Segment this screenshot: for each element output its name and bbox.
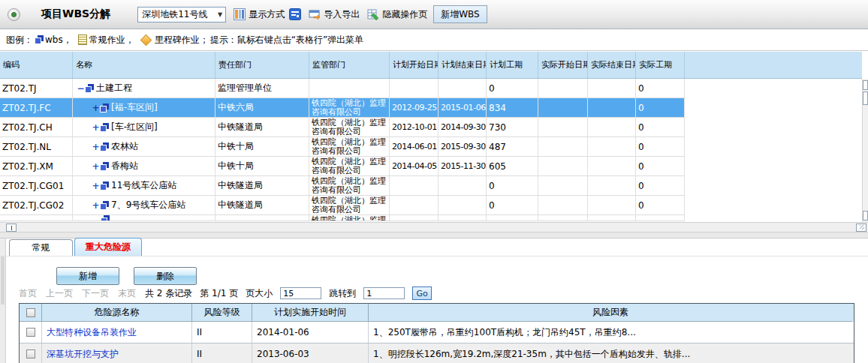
expand-toggle-icon[interactable]: + [92,200,100,211]
hazard-cell-factors: 1、明挖段长126m,宽19.2m,深度21-35m，其中包括一个盾构始发井、轨… [369,344,852,363]
resize-corner-button[interactable] [856,224,866,232]
scroll-left-button[interactable] [6,224,17,232]
wbs-column-header[interactable]: 实际工期 [636,52,685,78]
import-export-button[interactable]: 导入导出 [309,8,360,21]
wbs-column-header[interactable]: 计划工期 [487,52,538,78]
wbs-cell-text: 0 [638,103,644,113]
wbs-node-icon [100,201,110,210]
next-page-link[interactable]: 下一页 [82,287,109,300]
wbs-cell-pd [487,215,538,220]
wbs-cell-text: 铁四院（湖北）监理咨询有限公司 [312,176,386,195]
hazard-cell-cb [20,322,42,343]
project-select[interactable]: 深圳地铁11号线 ▼ [137,7,226,22]
expand-toggle-icon[interactable]: + [92,142,100,152]
wbs-cell-text: 中铁十局 [218,160,254,172]
hazard-cell-name: 大型特种设备吊装作业 [42,322,192,343]
wbs-node-label: 7、9号线车公庙站 [111,199,185,212]
wbs-row[interactable]: ZT02.TJ.CH+[车-红区间]中铁隧道局铁四院（湖北）监理咨询有限公司20… [0,118,685,137]
first-page-link[interactable]: 首页 [19,287,37,300]
wbs-row[interactable]: ZT02.TJ.CG01+11号线车公庙站中铁隧道局铁四院（湖北）监理咨询有限公… [0,176,685,196]
wbs-horizontal-scrollbar[interactable] [0,222,868,232]
wbs-cell-resp: 中铁隧道局 [215,176,309,195]
row-checkbox[interactable] [26,350,35,358]
wbs-cell-text: 中铁六局 [218,101,254,114]
expand-toggle-icon[interactable]: + [92,122,100,133]
hide-ops-button[interactable]: 隐藏操作页 [367,8,427,21]
hazard-cell-text-link[interactable]: 大型特种设备吊装作业 [47,326,137,339]
hazard-table: 危险源名称风险等级计划实施开始时间风险因素 大型特种设备吊装作业II2014-0… [19,303,854,363]
tab-major-hazards[interactable]: 重大危险源 [74,238,142,256]
expand-toggle-icon[interactable]: − [77,83,85,94]
wbs-cell-ad: 0 [636,196,685,214]
goto-page-input[interactable] [363,287,405,299]
wbs-column-header[interactable]: 监管部门 [309,52,390,78]
collapse-toggle-button[interactable] [8,8,20,21]
add-button[interactable]: 新增 [56,267,119,285]
wbs-cell-code: ZT02.TJ.NL [0,137,73,156]
wbs-cell-super: 铁四院（湖北）监理咨询有限公司 [309,157,390,176]
wbs-cell-text: ZT02.TJ [2,83,37,94]
wbs-column-header[interactable]: 计划结束日期 [439,52,487,78]
page-indicator: 第 1/1 页 [200,287,238,300]
wbs-cell-text: ZT02.TJ.CH [2,122,53,133]
wbs-column-header[interactable]: 名称 [73,52,215,78]
scroll-thumb[interactable] [863,92,868,105]
wbs-cell-ae [588,118,636,136]
hazard-column-header-checkbox[interactable] [20,304,42,322]
go-button[interactable]: Go [412,286,432,300]
wbs-cell-ad: 0 [636,137,685,156]
wbs-cell-pd: 605 [487,157,538,176]
hide-ops-icon [367,8,379,20]
row-checkbox[interactable] [26,328,35,337]
scroll-up-button[interactable] [863,80,868,90]
page-size-input[interactable] [280,287,321,299]
hazard-cell-text-link[interactable]: 深基坑开挖与支护 [47,348,119,361]
wbs-node-icon [100,123,110,132]
wbs-row[interactable]: ZT02.TJ.CG02+7、9号线车公庙站中铁隧道局铁四院（湖北）监理咨询有限… [0,196,685,215]
prev-page-link[interactable]: 上一页 [46,287,73,300]
display-mode-button[interactable]: 显示方式 [234,8,285,21]
wbs-cell-super: 铁四院（湖北）监理咨询有限公司 [309,176,390,195]
wbs-cell-name: +11号线车公庙站 [73,176,215,195]
panel-left-scrollbar[interactable] [0,238,6,363]
hazard-header-row: 危险源名称风险等级计划实施开始时间风险因素 [20,304,854,322]
wbs-node-label: 农林站 [111,140,138,153]
scroll-down-button[interactable] [863,211,868,220]
wbs-vertical-scrollbar[interactable] [862,79,868,222]
expand-toggle-icon[interactable]: + [92,181,100,191]
wbs-row[interactable]: ZT02.TJ−土建工程监理管理单位00 [0,79,685,98]
last-page-link[interactable]: 末页 [118,287,136,300]
panel-scroll-thumb[interactable] [1,256,5,304]
layout-icon[interactable] [289,8,301,20]
wbs-node-label: [车-红区间] [111,121,158,134]
wbs-cell-code: ZT02.TJ [0,79,73,98]
hazard-row[interactable]: 深基坑开挖与支护II2013-06-031、明挖段长126m,宽19.2m,深度… [20,344,854,363]
hazard-cell-text: II [197,327,202,338]
hazard-cell-start: 2013-06-03 [252,344,369,363]
wbs-cell-text: ZT02.TJ.CG02 [2,200,64,211]
wbs-cell-as [538,79,588,98]
delete-button[interactable]: 删除 [134,267,197,285]
wbs-column-header[interactable]: 实际开始日期 [538,52,588,78]
tab-normal[interactable]: 常规 [9,239,73,256]
hazard-cell-factors: 1、250T履带吊，吊重约100T盾构机；龙门吊约45T，吊重约8... [369,322,852,343]
expand-toggle-icon[interactable]: + [92,161,100,172]
wbs-column-header[interactable]: 编码 [0,52,73,78]
wbs-column-header[interactable]: 责任部门 [215,52,309,78]
wbs-row[interactable]: ZT02.TJ.NL+农林站中铁十局铁四院（湖北）监理咨询有限公司2014-06… [0,137,685,157]
wbs-cell-as [538,137,588,156]
select-all-checkbox[interactable] [26,308,35,317]
wbs-row[interactable]: ZT02.TJ.FC+[福-车区间]中铁六局铁四院（湖北）监理咨询有限公司201… [0,98,685,118]
wbs-row[interactable]: ZT02.TJ.XM+香梅站中铁十局铁四院（湖北）监理咨询有限公司2014-04… [0,157,685,176]
wbs-cell-ad: 0 [636,98,685,117]
wbs-column-header[interactable]: 实际结束日期 [588,52,636,78]
wbs-node-icon [100,182,110,190]
page-size-label: 页大小 [246,287,273,300]
wbs-column-header[interactable]: 计划开始日期 [390,52,439,78]
add-wbs-button[interactable]: 新增WBS [433,5,487,23]
wbs-node-label: [福-车区间] [111,101,158,114]
wbs-row[interactable]: 铁四院（湖北）监理咨询有限公司 [0,215,685,221]
expand-toggle-icon[interactable]: + [92,103,100,113]
hazard-row[interactable]: 大型特种设备吊装作业II2014-01-061、250T履带吊，吊重约100T盾… [20,322,854,344]
legend-wbs-label: wbs， [45,34,72,46]
